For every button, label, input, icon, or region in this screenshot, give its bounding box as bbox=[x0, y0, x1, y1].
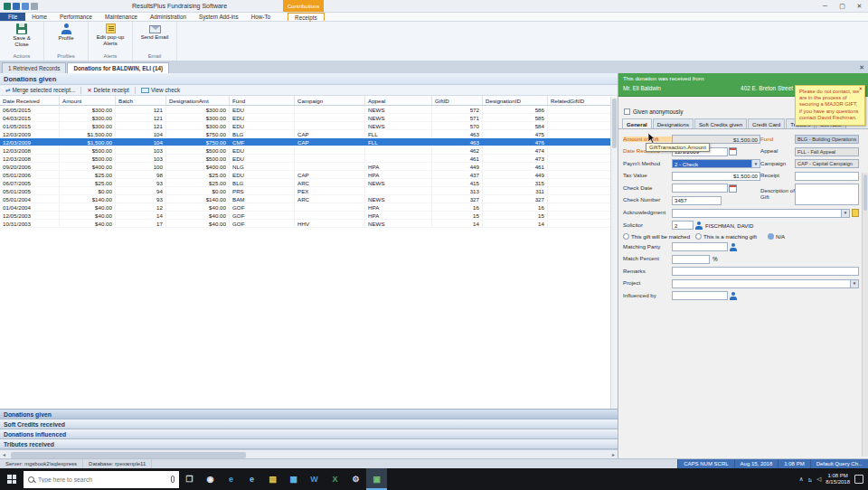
column-header[interactable]: DesignationID bbox=[483, 96, 548, 105]
remarks-field[interactable] bbox=[672, 267, 859, 276]
detail-tab[interactable]: Credit Card bbox=[748, 118, 785, 128]
column-header[interactable]: Date Received bbox=[0, 96, 60, 105]
column-header[interactable]: Appeal bbox=[365, 96, 432, 105]
notification-center-icon[interactable] bbox=[854, 475, 863, 484]
gift-will-be-matched-radio[interactable] bbox=[623, 233, 629, 240]
document-tab[interactable]: 1 Retrieved Records bbox=[2, 62, 66, 73]
save-close-button[interactable]: Save & Close bbox=[6, 24, 37, 52]
store-icon[interactable]: ▦ bbox=[283, 468, 304, 490]
chevron-down-icon[interactable]: ▼ bbox=[841, 210, 849, 217]
scrollbar-thumb[interactable] bbox=[11, 452, 246, 458]
accordion-section[interactable]: Donations given bbox=[0, 410, 618, 419]
file-explorer-icon[interactable]: ▤ bbox=[262, 468, 283, 490]
volume-icon[interactable]: ◁ bbox=[816, 476, 821, 483]
accordion-section[interactable]: Donations influenced bbox=[0, 429, 618, 439]
column-header[interactable]: DesignationAmt bbox=[166, 96, 230, 105]
column-header[interactable]: Campaign bbox=[295, 96, 365, 105]
calendar-icon[interactable] bbox=[729, 184, 737, 193]
search-input[interactable] bbox=[38, 476, 167, 483]
ribbon-tab[interactable]: Administration bbox=[144, 13, 193, 21]
donation-row[interactable]: 01/05/2015 $300.00 121 $300.00 EDU NEWS … bbox=[0, 122, 618, 130]
minimize-button[interactable]: ─ bbox=[816, 0, 834, 12]
vertical-scrollbar[interactable] bbox=[610, 97, 618, 409]
alert-sticky-note[interactable]: ✕ Please do not contact, we are in the p… bbox=[795, 85, 865, 126]
appeal-field[interactable]: FLL - Fall Appeal bbox=[795, 147, 859, 156]
accordion-section[interactable]: Soft Credits received bbox=[0, 419, 618, 429]
ribbon-tab[interactable]: Home bbox=[25, 13, 53, 21]
donation-row[interactable]: 09/20/2006 $400.00 100 $400.00 NLG HPA 4… bbox=[0, 163, 618, 171]
tab-receipts[interactable]: Receipts bbox=[288, 13, 325, 21]
save-quick-icon[interactable] bbox=[13, 3, 20, 10]
ribbon-tab[interactable]: Performance bbox=[53, 13, 99, 21]
check-number-field[interactable]: 3457 bbox=[672, 196, 722, 205]
donation-row[interactable]: 12/03/2008 $500.00 103 $500.00 EDU 461 4… bbox=[0, 155, 618, 163]
settings-icon[interactable]: ⚙ bbox=[345, 468, 366, 490]
calendar-icon[interactable] bbox=[729, 147, 737, 155]
accordion-section[interactable]: Tributes received bbox=[0, 439, 618, 449]
receipt-field[interactable] bbox=[795, 172, 859, 181]
close-button[interactable]: ✕ bbox=[851, 0, 868, 12]
is-matching-gift-radio[interactable] bbox=[695, 233, 702, 240]
donation-row[interactable]: 01/04/2004 $40.00 12 $40.00 GOF HPA 16 1… bbox=[0, 203, 618, 212]
payment-method-select[interactable]: 2 - Check ▼ bbox=[672, 159, 760, 168]
chevron-down-icon[interactable]: ▼ bbox=[751, 160, 760, 167]
detail-tab[interactable]: General bbox=[622, 118, 652, 128]
solicitor-field[interactable]: 2 bbox=[672, 221, 693, 230]
start-button[interactable] bbox=[0, 468, 24, 490]
edge-icon[interactable]: e bbox=[221, 468, 241, 490]
excel-icon[interactable]: X bbox=[325, 468, 345, 490]
column-header[interactable]: Batch bbox=[116, 96, 166, 105]
chevron-down-icon[interactable]: ▼ bbox=[850, 280, 858, 287]
donation-row[interactable]: 05/01/2006 $25.00 98 $25.00 EDU CAP HPA … bbox=[0, 171, 618, 179]
tray-expand-icon[interactable]: ∧ bbox=[799, 476, 804, 483]
ribbon-tab[interactable]: System Add-ins bbox=[193, 13, 245, 21]
scrollbar-thumb[interactable] bbox=[863, 174, 867, 211]
column-header[interactable]: GiftID bbox=[432, 96, 483, 105]
taskbar-search[interactable] bbox=[24, 471, 179, 488]
donation-row[interactable]: 06/07/2005 $25.00 93 $25.00 BLG ARC NEWS… bbox=[0, 179, 618, 187]
ie-icon[interactable]: e bbox=[241, 468, 262, 490]
tax-value-field[interactable]: $1,500.00 bbox=[672, 172, 760, 181]
scroll-right-icon[interactable]: ► bbox=[611, 452, 616, 457]
send-email-button[interactable]: Send Email bbox=[139, 24, 170, 52]
network-icon[interactable]: ⣦ bbox=[808, 476, 813, 483]
scrollbar-thumb[interactable] bbox=[612, 99, 617, 148]
detail-tab[interactable]: Designations bbox=[653, 118, 693, 128]
chrome-icon[interactable]: ◉ bbox=[200, 468, 221, 490]
detail-scrollbar[interactable] bbox=[862, 173, 868, 457]
ribbon-tab[interactable]: Maintenance bbox=[99, 13, 144, 21]
donation-row[interactable]: 12/03/2009 $1,500.00 104 $750.00 CMF CAP… bbox=[0, 138, 618, 146]
taskbar-clock[interactable]: 1:08 PM 8/15/2018 bbox=[826, 473, 850, 486]
acknowledgment-note-icon[interactable] bbox=[852, 209, 859, 217]
microphone-icon[interactable] bbox=[171, 476, 175, 483]
donation-row[interactable]: 06/05/2015 $300.00 121 $300.00 EDU NEWS … bbox=[0, 106, 618, 114]
ribbon-tab[interactable]: How-To bbox=[245, 13, 277, 21]
sticky-close-icon[interactable]: ✕ bbox=[858, 86, 863, 92]
file-tab[interactable]: File bbox=[0, 13, 25, 21]
scroll-left-icon[interactable]: ◄ bbox=[2, 452, 6, 457]
person-lookup-icon[interactable] bbox=[695, 221, 703, 230]
match-percent-field[interactable] bbox=[672, 255, 710, 264]
matching-party-field[interactable] bbox=[672, 242, 728, 251]
merge-receipt-button[interactable]: ⇄ Merge selected receipt... bbox=[4, 87, 77, 94]
donation-row[interactable]: 12/03/2008 $500.00 103 $500.00 EDU 462 4… bbox=[0, 146, 618, 155]
detail-tab[interactable]: Soft Credits given bbox=[694, 118, 747, 128]
close-tab-icon[interactable]: ✕ bbox=[859, 64, 864, 71]
donation-row[interactable]: 12/05/2003 $40.00 14 $40.00 GOF HPA 15 1… bbox=[0, 212, 618, 220]
column-header[interactable]: Amount bbox=[60, 96, 116, 105]
edit-popup-alerts-button[interactable]: Edit pop-up Alerts bbox=[95, 24, 126, 52]
check-date-field[interactable] bbox=[672, 184, 728, 193]
fund-field[interactable]: BLG - Building Operations bbox=[795, 135, 859, 144]
column-header[interactable]: RelatedGiftID bbox=[548, 96, 618, 105]
acknowledgment-select[interactable]: ▼ bbox=[672, 209, 850, 218]
delete-receipt-button[interactable]: ✕ Delete receipt bbox=[85, 87, 130, 93]
document-tab[interactable]: Donations for BALDWIN, ELI (14) bbox=[67, 62, 169, 73]
donation-row[interactable]: 04/03/2015 $300.00 121 $300.00 EDU NEWS … bbox=[0, 114, 618, 122]
resultsplus-icon[interactable]: ▣ bbox=[366, 468, 387, 490]
undo-quick-icon[interactable] bbox=[22, 3, 29, 10]
donation-row[interactable]: 10/31/2003 $40.00 17 $40.00 GOF HHV NEWS… bbox=[0, 220, 618, 228]
campaign-field[interactable]: CAP - Capital Campaign bbox=[795, 159, 859, 168]
description-of-gift-field[interactable] bbox=[795, 184, 859, 205]
maximize-button[interactable]: ▢ bbox=[834, 0, 851, 12]
influenced-by-field[interactable] bbox=[672, 291, 728, 300]
